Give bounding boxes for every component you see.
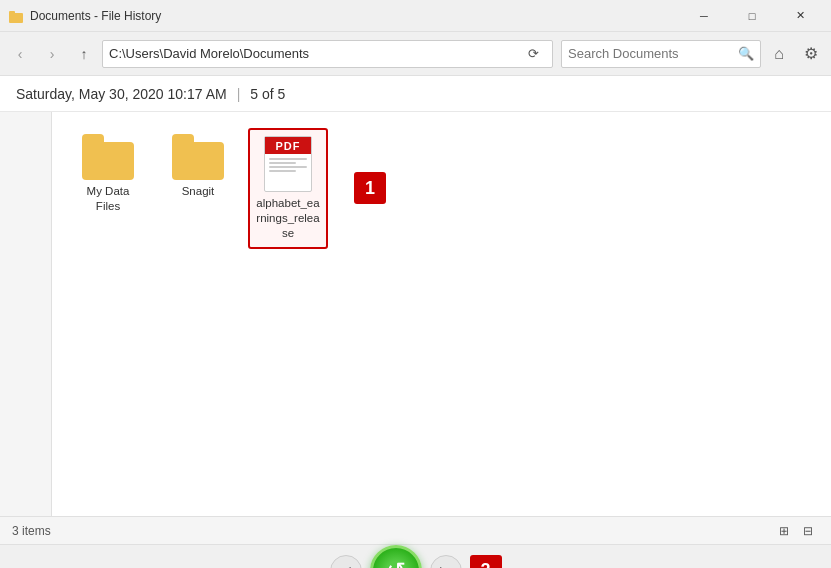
home-icon: ⌂ (774, 45, 784, 63)
details-view-icon: ⊞ (779, 524, 789, 538)
bottom-bar: ◀ ↺ ▶ 2 (0, 544, 831, 568)
pdf-icon: PDF (264, 136, 312, 192)
next-icon: ▶ (440, 563, 451, 569)
back-icon: ‹ (18, 46, 23, 62)
sidebar (0, 112, 52, 516)
settings-button[interactable]: ⚙ (797, 40, 825, 68)
view-buttons: ⊞ ⊟ (773, 521, 819, 541)
toolbar: ‹ › ↑ ⟳ 🔍 ⌂ ⚙ (0, 32, 831, 76)
search-input[interactable] (568, 46, 738, 61)
pdf-lines (265, 154, 311, 191)
search-button[interactable]: 🔍 (738, 46, 754, 61)
file-name-snagit: Snagit (182, 184, 215, 199)
up-button[interactable]: ↑ (70, 40, 98, 68)
badge-1: 1 (354, 172, 386, 204)
prev-button[interactable]: ◀ (330, 555, 362, 569)
minimize-button[interactable]: ─ (681, 0, 727, 32)
up-icon: ↑ (81, 46, 88, 62)
details-view-button[interactable]: ⊞ (773, 521, 795, 541)
pdf-label: PDF (265, 137, 311, 154)
search-box[interactable]: 🔍 (561, 40, 761, 68)
folder-icon (82, 134, 134, 180)
file-item-snagit[interactable]: Snagit (158, 128, 238, 205)
file-name-alphabet-earnings: alphabet_earnings_release (256, 196, 320, 241)
app-icon (8, 8, 24, 24)
large-icon-view-button[interactable]: ⊟ (797, 521, 819, 541)
address-input[interactable] (109, 46, 518, 61)
file-item-alphabet-earnings[interactable]: PDF alphabet_earnings_release (248, 128, 328, 249)
restore-icon: ↺ (386, 557, 406, 569)
maximize-button[interactable]: □ (729, 0, 775, 32)
pdf-line-2 (269, 162, 296, 164)
refresh-icon: ⟳ (528, 46, 539, 61)
close-button[interactable]: ✕ (777, 0, 823, 32)
date-separator: | (237, 86, 241, 102)
position-text: 5 of 5 (250, 86, 285, 102)
back-button[interactable]: ‹ (6, 40, 34, 68)
address-bar[interactable]: ⟳ (102, 40, 553, 68)
pdf-line-3 (269, 166, 307, 168)
folder-body (82, 142, 134, 180)
pdf-line-1 (269, 158, 307, 160)
file-item-my-data-files[interactable]: My Data Files (68, 128, 148, 220)
restore-button[interactable]: ↺ (370, 545, 422, 569)
badge-2: 2 (470, 555, 502, 569)
item-count: 3 items (12, 524, 51, 538)
window-title: Documents - File History (30, 9, 681, 23)
title-bar: Documents - File History ─ □ ✕ (0, 0, 831, 32)
prev-icon: ◀ (340, 563, 351, 569)
forward-icon: › (50, 46, 55, 62)
svg-rect-1 (9, 11, 15, 15)
large-icon-view-icon: ⊟ (803, 524, 813, 538)
refresh-button[interactable]: ⟳ (520, 41, 546, 67)
home-button[interactable]: ⌂ (765, 40, 793, 68)
file-name-my-data-files: My Data Files (74, 184, 142, 214)
next-button[interactable]: ▶ (430, 555, 462, 569)
status-bar: 3 items ⊞ ⊟ (0, 516, 831, 544)
settings-icon: ⚙ (804, 44, 818, 63)
files-grid: My Data Files Snagit PDF (68, 128, 815, 249)
main-layout: My Data Files Snagit PDF (0, 112, 831, 516)
date-text: Saturday, May 30, 2020 10:17 AM (16, 86, 227, 102)
window-controls: ─ □ ✕ (681, 0, 823, 32)
search-icon: 🔍 (738, 46, 754, 61)
folder-body-snagit (172, 142, 224, 180)
date-bar: Saturday, May 30, 2020 10:17 AM | 5 of 5 (0, 76, 831, 112)
content-area: My Data Files Snagit PDF (52, 112, 831, 516)
pdf-line-4 (269, 170, 296, 172)
folder-icon-snagit (172, 134, 224, 180)
forward-button[interactable]: › (38, 40, 66, 68)
